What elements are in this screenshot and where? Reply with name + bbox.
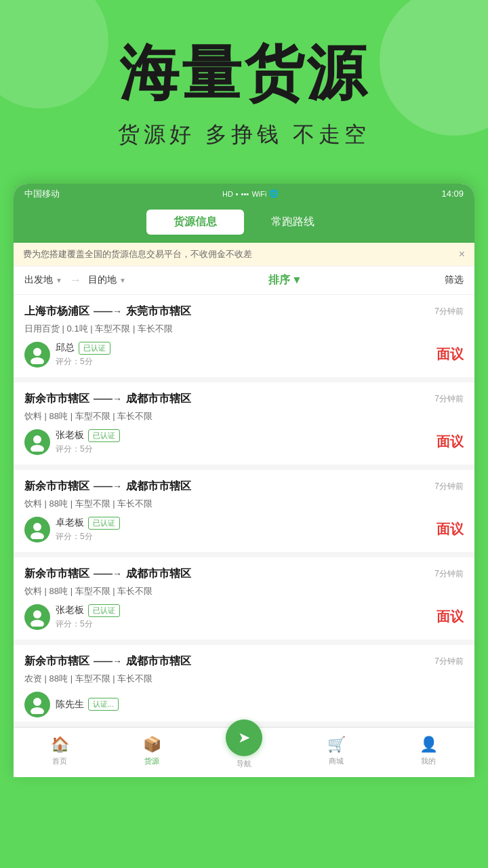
origin-1: 新余市市辖区 — [24, 392, 89, 406]
svg-point-5 — [30, 532, 44, 539]
svg-point-0 — [33, 348, 41, 356]
user-details-1: 张老板 已认证 评分：5分 — [56, 429, 120, 455]
origin-4: 新余市市辖区 — [24, 654, 89, 669]
detail-4: 农资 | 88吨 | 车型不限 | 车长不限 — [24, 673, 464, 685]
route-arrow-4: ——→ — [94, 656, 122, 667]
footer-3: 张老板 已认证 评分：5分 面议 — [24, 604, 464, 630]
certified-2: 已认证 — [88, 517, 120, 530]
profile-icon: 👤 — [420, 736, 438, 753]
time-4: 7分钟前 — [434, 656, 464, 667]
card-header-2: 新余市市辖区 ——→ 成都市市辖区 7分钟前 — [24, 479, 464, 494]
price-1: 面议 — [436, 433, 464, 451]
score-2: 评分：5分 — [56, 531, 120, 542]
svg-point-7 — [30, 620, 44, 627]
shop-icon: 🛒 — [327, 736, 346, 753]
dest-chevron: ▼ — [119, 277, 126, 284]
score-0: 评分：5分 — [56, 356, 110, 368]
tab-freight-info[interactable]: 货源信息 — [146, 210, 244, 235]
card-header-3: 新余市市辖区 ——→ 成都市市辖区 7分钟前 — [24, 567, 464, 581]
origin-label: 出发地 — [24, 274, 53, 286]
time-3: 7分钟前 — [434, 568, 464, 580]
route-arrow-0: ——→ — [94, 306, 122, 317]
deco-circle-tr — [380, 0, 488, 136]
avatar-0 — [24, 342, 50, 368]
origin-filter[interactable]: 出发地 ▼ — [24, 274, 62, 286]
user-info-0: 邱总 已认证 评分：5分 — [24, 342, 110, 368]
dest-1: 成都市市辖区 — [126, 392, 191, 406]
footer-0: 邱总 已认证 评分：5分 面议 — [24, 342, 464, 368]
certified-4: 认证... — [88, 698, 119, 711]
origin-chevron: ▼ — [56, 277, 62, 284]
freight-icon: 📦 — [143, 736, 161, 753]
user-info-2: 卓老板 已认证 评分：5分 — [24, 517, 120, 542]
route-3: 新余市市辖区 ——→ 成都市市辖区 — [24, 567, 191, 581]
card-header-1: 新余市市辖区 ——→ 成都市市辖区 7分钟前 — [24, 392, 464, 406]
route-arrow-1: ——→ — [94, 393, 122, 404]
route-2: 新余市市辖区 ——→ 成都市市辖区 — [24, 479, 191, 494]
filter-bar: 出发地 ▼ → 目的地 ▼ 排序 ▼ 筛选 — [14, 267, 474, 295]
svg-point-2 — [33, 435, 41, 443]
shop-label: 商城 — [329, 756, 344, 766]
screen-filter[interactable]: 筛选 — [445, 274, 464, 286]
avatar-2 — [24, 517, 50, 542]
hero-subtitle: 货源好 多挣钱 不走空 — [27, 120, 461, 150]
user-name-2: 卓老板 — [56, 517, 84, 529]
price-2: 面议 — [436, 520, 464, 538]
svg-point-9 — [30, 707, 44, 714]
card-header-0: 上海市杨浦区 ——→ 东莞市市辖区 7分钟前 — [24, 304, 464, 319]
avatar-3 — [24, 604, 50, 630]
svg-point-4 — [33, 523, 41, 531]
avatar-1 — [24, 429, 50, 455]
user-name-row-0: 邱总 已认证 — [56, 342, 110, 355]
nav-shop[interactable]: 🛒 商城 — [309, 736, 363, 766]
dest-0: 东莞市市辖区 — [126, 304, 191, 319]
score-3: 评分：5分 — [56, 618, 120, 630]
nav-navigate[interactable]: ➤ 导航 — [217, 733, 271, 769]
user-name-4: 陈先生 — [56, 698, 84, 711]
nav-home[interactable]: 🏠 首页 — [33, 736, 87, 766]
sort-icon: ▼ — [291, 274, 302, 286]
footer-1: 张老板 已认证 评分：5分 面议 — [24, 429, 464, 455]
navigate-center-btn[interactable]: ➤ — [226, 719, 262, 756]
dest-label: 目的地 — [88, 274, 117, 286]
footer-2: 卓老板 已认证 评分：5分 面议 — [24, 517, 464, 542]
user-name-row-3: 张老板 已认证 — [56, 604, 120, 617]
notice-close-button[interactable]: × — [459, 248, 465, 260]
hero-section: 海量货源 货源好 多挣钱 不走空 — [0, 0, 488, 170]
svg-point-8 — [33, 698, 41, 706]
tab-regular-routes[interactable]: 常跑路线 — [244, 210, 342, 235]
time-2: 7分钟前 — [434, 481, 464, 492]
freight-card-4[interactable]: 新余市市辖区 ——→ 成都市市辖区 7分钟前 农资 | 88吨 | 车型不限 |… — [14, 645, 474, 722]
user-name-row-1: 张老板 已认证 — [56, 429, 120, 442]
user-info-1: 张老板 已认证 评分：5分 — [24, 429, 120, 455]
card-header-4: 新余市市辖区 ——→ 成都市市辖区 7分钟前 — [24, 654, 464, 669]
avatar-4 — [24, 692, 50, 717]
freight-list: 上海市杨浦区 ——→ 东莞市市辖区 7分钟前 日用百货 | 0.1吨 | 车型不… — [14, 295, 474, 727]
detail-2: 饮料 | 88吨 | 车型不限 | 车长不限 — [24, 498, 464, 510]
user-name-row-2: 卓老板 已认证 — [56, 517, 120, 530]
sort-filter[interactable]: 排序 ▼ — [268, 273, 302, 288]
route-4: 新余市市辖区 ——→ 成都市市辖区 — [24, 654, 191, 669]
freight-card-1[interactable]: 新余市市辖区 ——→ 成都市市辖区 7分钟前 饮料 | 88吨 | 车型不限 |… — [14, 382, 474, 465]
freight-label: 货源 — [144, 756, 159, 766]
score-1: 评分：5分 — [56, 443, 120, 455]
price-3: 面议 — [436, 608, 464, 626]
bottom-nav: 🏠 首页 📦 货源 ➤ 导航 🛒 商城 👤 我的 — [14, 727, 474, 777]
dest-filter[interactable]: 目的地 ▼ — [88, 274, 126, 286]
nav-freight[interactable]: 📦 货源 — [125, 736, 179, 766]
footer-4: 陈先生 认证... — [24, 692, 464, 717]
user-details-4: 陈先生 认证... — [56, 698, 119, 711]
filter-label: 筛选 — [445, 274, 464, 286]
phone-frame: 中国移动 HD ▪ ▪▪▪ WiFi 🌐 14:09 货源信息 常跑路线 费为您… — [14, 184, 474, 777]
freight-card-0[interactable]: 上海市杨浦区 ——→ 东莞市市辖区 7分钟前 日用百货 | 0.1吨 | 车型不… — [14, 295, 474, 377]
detail-0: 日用百货 | 0.1吨 | 车型不限 | 车长不限 — [24, 323, 464, 335]
certified-3: 已认证 — [88, 604, 120, 617]
user-info-3: 张老板 已认证 评分：5分 — [24, 604, 120, 630]
signal-icons: HD ▪ ▪▪▪ WiFi 🌐 — [222, 189, 279, 198]
notice-banner: 费为您搭建覆盖全国的货源信息交易平台，不收佣金不收差 × — [14, 243, 474, 267]
carrier-text: 中国移动 — [24, 188, 60, 200]
freight-card-2[interactable]: 新余市市辖区 ——→ 成都市市辖区 7分钟前 饮料 | 88吨 | 车型不限 |… — [14, 470, 474, 552]
svg-point-3 — [30, 445, 44, 452]
freight-card-3[interactable]: 新余市市辖区 ——→ 成都市市辖区 7分钟前 饮料 | 88吨 | 车型不限 |… — [14, 557, 474, 639]
nav-profile[interactable]: 👤 我的 — [401, 736, 455, 766]
